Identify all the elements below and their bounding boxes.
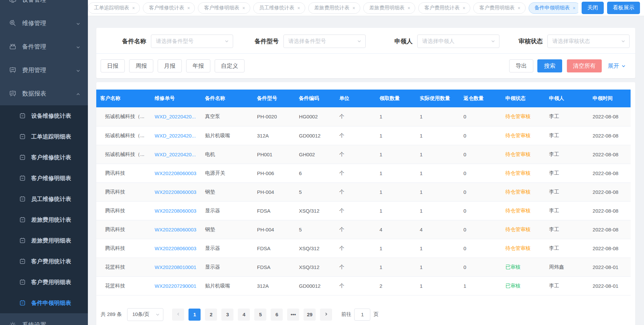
applicant-select[interactable]: 请选择申领人 xyxy=(417,35,499,48)
tab[interactable]: 客户维修明细表 × xyxy=(198,2,250,14)
page-number-button[interactable]: 3 xyxy=(221,309,233,321)
expand-toggle[interactable]: 展开 xyxy=(608,62,626,70)
cell-customer: 腾讯科技 xyxy=(96,239,151,258)
page-size-select[interactable]: 10条/页 xyxy=(127,308,163,321)
tab-close-icon[interactable]: × xyxy=(242,6,245,10)
tab-close-icon[interactable]: × xyxy=(463,6,465,10)
app-window: 设备管理 维修管理 备件管理 费用管理 数据报 xyxy=(0,0,644,325)
table-row[interactable]: 腾讯科技 WX202208060003 显示器 FDSA XSQ/312 个 1… xyxy=(96,239,631,258)
tab-close-icon[interactable]: × xyxy=(132,6,135,10)
sidebar-item-spareparts-management[interactable]: 备件管理 xyxy=(0,35,88,58)
repair-order-link[interactable]: WXD_20220420... xyxy=(155,133,196,139)
search-button[interactable]: 搜索 xyxy=(537,59,562,72)
page-number-button[interactable]: 2 xyxy=(205,309,217,321)
tab[interactable]: 员工维修统计表 × xyxy=(253,2,305,14)
audit-status-select[interactable]: 请选择审核状态 xyxy=(547,35,630,48)
tab-close-icon[interactable]: × xyxy=(573,6,576,10)
tab-label: 客户维修明细表 xyxy=(204,5,239,11)
chevron-left-icon xyxy=(176,312,180,317)
jump-page-input[interactable] xyxy=(354,309,370,321)
filter-label: 审核状态 xyxy=(519,37,543,45)
period-button[interactable]: 日报 xyxy=(101,59,125,72)
sidebar-submenu-item[interactable]: 员工维修统计表 xyxy=(0,188,88,209)
repair-order-link[interactable]: WX202208060003 xyxy=(155,208,196,214)
table-row[interactable]: 花篮科技 WX202207290001 贴片机吸嘴 312A GD00012 个… xyxy=(96,276,631,295)
repair-order-link[interactable]: WX202208060003 xyxy=(155,246,196,251)
part-model-select[interactable]: 请选择备件型号 xyxy=(283,35,366,48)
tab[interactable]: 客户费用统计表 × xyxy=(418,2,470,14)
main-area: 工单追踪明细表 × 客户维修统计表 × 客户维修明细表 × 员工维修统 xyxy=(88,0,644,325)
sidebar-submenu-item[interactable]: 备件申领明细表 xyxy=(0,292,88,313)
tab-close-icon[interactable]: × xyxy=(518,6,520,10)
cell-qty-used: 1 xyxy=(416,107,460,126)
cell-qty-used: 4 xyxy=(416,220,460,239)
cell-unit: 个 xyxy=(335,201,375,220)
tab-close-icon[interactable]: × xyxy=(298,6,300,10)
sidebar-submenu-item[interactable]: 客户费用明细表 xyxy=(0,272,88,292)
table-row[interactable]: 腾讯科技 WX202208060003 电源开关 PH-006 6 个 1 1 … xyxy=(96,164,631,182)
page-number-button[interactable]: ••• xyxy=(287,309,299,321)
close-button[interactable]: 关闭 xyxy=(582,2,604,14)
sidebar-submenu-item[interactable]: 客户费用统计表 xyxy=(0,251,88,272)
sidebar-submenu-item[interactable]: 客户维修明细表 xyxy=(0,168,88,188)
page-number-button[interactable]: 5 xyxy=(254,309,266,321)
sidebar-item-system-settings[interactable]: 系统设置 xyxy=(0,313,88,325)
table-body: 拓诚机械科技（... WXD_20220420... 真空泵 PH-0020 H… xyxy=(96,107,631,295)
prev-page-button[interactable] xyxy=(172,309,184,321)
cell-qty-used: 1 xyxy=(416,145,460,164)
table-row[interactable]: 腾讯科技 WX202208060003 钢垫 PH-004 5 个 1 1 0 … xyxy=(96,182,631,201)
cell-part-code: XSQ/312 xyxy=(295,258,335,276)
period-button[interactable]: 周报 xyxy=(129,59,153,72)
clear-all-button[interactable]: 清空所有 xyxy=(567,59,602,72)
tab[interactable]: 客户维修统计表 × xyxy=(143,2,195,14)
select-placeholder: 请选择备件型号 xyxy=(156,38,194,45)
table-row[interactable]: 腾讯科技 WX202208060003 显示器 FDSA XSQ/312 个 1… xyxy=(96,201,631,220)
sidebar-item-expense-management[interactable]: 费用管理 xyxy=(0,58,88,82)
sidebar-submenu-item[interactable]: 差旅费用统计表 xyxy=(0,209,88,230)
next-page-button[interactable] xyxy=(320,309,332,321)
table-row[interactable]: 拓诚机械科技（... WXD_20220420... 电机 PH001 GH00… xyxy=(96,145,631,164)
period-button[interactable]: 年报 xyxy=(186,59,210,72)
table-row[interactable]: 花篮科技 WX202208010001 显示器 FDSA XSQ/312 个 1… xyxy=(96,258,631,276)
board-display-button[interactable]: 看板展示 xyxy=(607,2,640,14)
repair-order-link[interactable]: WX202207290001 xyxy=(155,283,196,289)
tab-close-icon[interactable]: × xyxy=(408,6,410,10)
repair-order-link[interactable]: WXD_20220420... xyxy=(155,152,196,157)
tab[interactable]: 客户费用明细表 × xyxy=(473,2,525,14)
tab[interactable]: 差旅费用明细表 × xyxy=(363,2,415,14)
page-number-button[interactable]: 1 xyxy=(189,309,201,321)
cell-qty-used: 1 xyxy=(416,276,460,295)
status-badge: 待仓管审核 xyxy=(505,132,531,138)
period-button[interactable]: 自定义 xyxy=(215,59,245,72)
table-row[interactable]: 拓诚机械科技（... WXD_20220420... 真空泵 PH-0020 H… xyxy=(96,107,631,126)
repair-order-link[interactable]: WX202208060003 xyxy=(155,227,196,232)
tab-close-icon[interactable]: × xyxy=(353,6,355,10)
sidebar-submenu-item[interactable]: 工单追踪明细表 xyxy=(0,126,88,147)
sidebar-submenu-item[interactable]: 客户维修统计表 xyxy=(0,147,88,168)
repair-order-link[interactable]: WX202208010001 xyxy=(155,264,196,270)
filter-part-name: 备件名称 请选择备件型号 xyxy=(122,35,233,48)
sidebar-item-data-reports[interactable]: 数据报表 xyxy=(0,82,88,105)
sidebar-item-repair-management[interactable]: 维修管理 xyxy=(0,11,88,35)
tab-close-icon[interactable]: × xyxy=(187,6,190,10)
tab[interactable]: 备件申领明细表 × xyxy=(529,2,579,14)
sidebar-item-device-management[interactable]: 设备管理 xyxy=(0,0,88,11)
table-row[interactable]: 拓诚机械科技（... WXD_20220420... 贴片机吸嘴 312A GD… xyxy=(96,126,631,145)
page-number-button[interactable]: 29 xyxy=(304,309,316,321)
sidebar-submenu-item[interactable]: 设备维修统计表 xyxy=(0,105,88,126)
sidebar-submenu-item[interactable]: 差旅费用明细表 xyxy=(0,230,88,251)
page-number-button[interactable]: 6 xyxy=(271,309,283,321)
repair-order-link[interactable]: WXD_20220420... xyxy=(155,114,196,119)
cell-part-name: 钢垫 xyxy=(201,220,253,239)
tab[interactable]: 差旅费用统计表 × xyxy=(308,2,360,14)
sidebar-submenu-label: 备件申领明细表 xyxy=(31,299,71,307)
page-number-button[interactable]: 4 xyxy=(238,309,250,321)
table-row[interactable]: 腾讯科技 WX202208060003 钢垫 PH-004 5 个 4 4 0 … xyxy=(96,220,631,239)
repair-order-link[interactable]: WX202208060003 xyxy=(155,189,196,195)
tab[interactable]: 工单追踪明细表 × xyxy=(88,2,140,14)
repair-order-link[interactable]: WX202208060003 xyxy=(155,170,196,176)
cell-part-code: XSQ/312 xyxy=(295,239,335,258)
part-name-select[interactable]: 请选择备件型号 xyxy=(151,35,233,48)
period-button[interactable]: 月报 xyxy=(158,59,182,72)
export-button[interactable]: 导出 xyxy=(509,59,533,72)
